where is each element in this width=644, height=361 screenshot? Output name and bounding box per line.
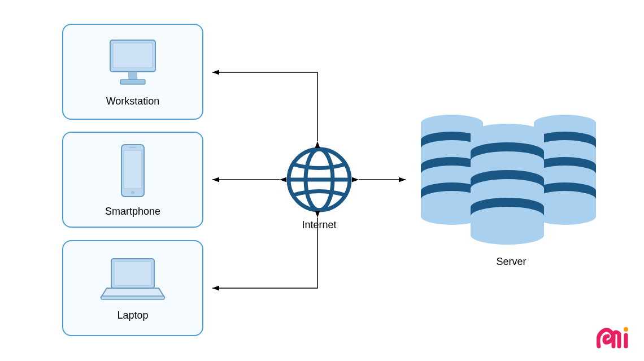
- svg-rect-10: [101, 296, 164, 299]
- svg-point-60: [624, 327, 628, 332]
- workstation-icon: [106, 37, 160, 89]
- client-card-smartphone: Smartphone: [62, 132, 203, 228]
- svg-rect-2: [128, 72, 137, 80]
- client-label-laptop: Laptop: [117, 310, 148, 321]
- svg-rect-5: [124, 150, 142, 189]
- svg-rect-9: [114, 262, 151, 285]
- client-card-laptop: Laptop: [62, 240, 203, 336]
- svg-point-58: [471, 225, 544, 245]
- internet-label: Internet: [299, 219, 339, 231]
- smartphone-icon: [116, 142, 150, 199]
- client-card-workstation: Workstation: [62, 24, 203, 120]
- server-icon: [410, 110, 607, 247]
- svg-rect-1: [113, 43, 153, 68]
- brand-logo: [597, 326, 632, 351]
- svg-rect-7: [129, 147, 136, 148]
- client-label-smartphone: Smartphone: [105, 206, 160, 218]
- internet-globe-icon: [285, 146, 353, 216]
- svg-rect-3: [120, 80, 145, 84]
- svg-point-6: [131, 191, 134, 194]
- server-label: Server: [491, 256, 531, 268]
- laptop-icon: [99, 255, 167, 303]
- client-label-workstation: Workstation: [106, 95, 160, 107]
